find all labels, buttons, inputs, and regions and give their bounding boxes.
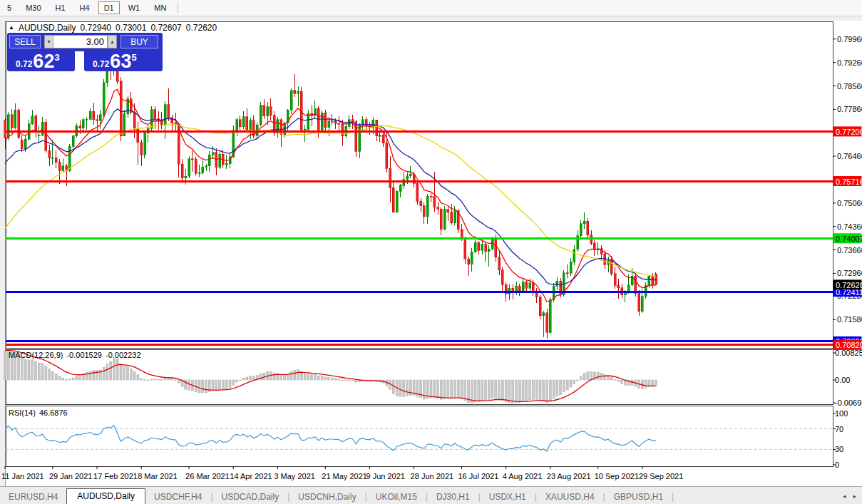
candle-body [549, 299, 551, 332]
macd-histogram-bar [621, 380, 623, 384]
timeframe-toolbar: 5M30H1H4D1W1MN [0, 0, 862, 16]
macd-histogram-bar [222, 380, 224, 389]
candle-body [382, 135, 384, 143]
candle-body [120, 81, 122, 136]
price-tick-label: 0.76460 [837, 152, 862, 160]
candle-body [144, 133, 146, 155]
tab-dj30-h1[interactable]: DJ30,H1 [428, 490, 478, 504]
bid-price-button[interactable]: 0.72 62 3 [7, 51, 75, 71]
tab-xauusd-h4[interactable]: XAUUSD,H4 [537, 490, 603, 504]
macd-tick-label: 0.00 [835, 376, 850, 384]
macd-histogram-bar [147, 380, 149, 381]
candle-body [655, 274, 657, 284]
collapse-quote-panel-icon[interactable]: ▲ [9, 25, 14, 31]
macd-histogram-bar [273, 373, 275, 380]
volume-increase-button[interactable]: ▲ [108, 35, 117, 48]
tab-ukoil-m15[interactable]: UKOil,M15 [367, 490, 426, 504]
macd-histogram-bar [474, 380, 476, 402]
macd-histogram-bar [236, 380, 238, 382]
tab-eurusd-h4[interactable]: EURUSD,H4 [0, 490, 66, 504]
macd-histogram-bar [529, 380, 531, 400]
candle-body [198, 173, 200, 173]
ohlc-open: 0.72940 [81, 23, 111, 33]
macd-histogram-bar [79, 375, 81, 380]
price-tick-label: 0.78560 [837, 82, 862, 91]
candle-body [55, 158, 57, 163]
timeframe-button-mn[interactable]: MN [148, 1, 172, 14]
buy-button[interactable]: BUY [120, 35, 158, 48]
candle-body [300, 91, 302, 130]
candle-body [185, 176, 187, 178]
candle-body [103, 83, 105, 115]
tab-usdcnh-daily[interactable]: USDCNH,Daily [289, 490, 364, 504]
price-tick-label: 0.75060 [837, 199, 862, 207]
timeframe-button-w1[interactable]: W1 [123, 1, 146, 14]
candle-body [31, 116, 34, 124]
candle-body [587, 221, 589, 235]
candle-body [525, 282, 528, 289]
candle-body [376, 120, 378, 136]
candle-body [443, 210, 446, 230]
axis-price-label: 0.77200 [836, 128, 862, 136]
macd-histogram-bar [171, 379, 173, 381]
candle-body [334, 121, 337, 123]
macd-histogram-bar [297, 369, 299, 380]
candle-body [219, 154, 221, 167]
timeframe-button-5[interactable]: 5 [1, 1, 17, 14]
candle-body [93, 111, 95, 119]
rsi-tick-label: 30 [835, 445, 843, 453]
tab-scroll-left-icon[interactable]: ◂ [843, 493, 846, 500]
macd-histogram-bar [342, 380, 344, 381]
macd-tick-label: 0.008253 [835, 349, 862, 357]
tab-scroll-right-icon[interactable]: ▸ [853, 493, 856, 500]
candle-body [338, 123, 340, 124]
macd-histogram-bar [443, 380, 446, 398]
macd-histogram-bar [202, 380, 204, 393]
timeframe-button-d1[interactable]: D1 [98, 1, 120, 14]
macd-histogram-bar [652, 380, 654, 386]
timeframe-button-h1[interactable]: H1 [50, 1, 71, 14]
candle-body [250, 120, 252, 130]
tab-usdcad-daily[interactable]: USDCAD,Daily [213, 490, 288, 504]
tab-usdx-h1[interactable]: USDX,H1 [481, 490, 535, 504]
volume-input[interactable]: 3.00 [53, 35, 108, 48]
candle-body [570, 262, 572, 273]
ask-price-button[interactable]: 0.72 63 5 [84, 51, 163, 71]
candle-body [399, 185, 401, 192]
ohlc-close: 0.72620 [186, 23, 217, 33]
macd-histogram-bar [512, 380, 514, 403]
rsi-name: RSI(14) [9, 408, 36, 417]
macd-histogram-bar [525, 380, 528, 401]
macd-histogram-bar [433, 380, 436, 398]
candle-body [518, 286, 520, 291]
candle-body [593, 243, 595, 250]
rsi-indicator-label: RSI(14) 46.6876 [9, 408, 68, 417]
timeframe-button-h4[interactable]: H4 [74, 1, 96, 14]
candle-body [485, 245, 487, 252]
macd-histogram-bar [553, 380, 555, 398]
candle-body [440, 209, 442, 229]
macd-histogram-bar [314, 374, 317, 380]
macd-histogram-bar [252, 376, 255, 380]
candle-body [79, 126, 81, 128]
macd-histogram-bar [471, 380, 473, 403]
date-tick-label: 3 May 2021 [274, 472, 314, 480]
macd-histogram-bar [488, 380, 490, 400]
tab-audusd-daily[interactable]: AUDUSD,Daily [66, 488, 145, 504]
candle-body [58, 163, 61, 171]
candle-body [491, 240, 493, 249]
bid-pipette: 3 [54, 52, 59, 63]
sell-button[interactable]: SELL [9, 35, 41, 48]
candle-body [583, 221, 585, 223]
candle-body [488, 249, 490, 252]
tab-gbpusd-h1[interactable]: GBPUSD,H1 [605, 490, 672, 504]
candle-body [379, 135, 381, 136]
timeframe-button-m30[interactable]: M30 [20, 1, 46, 14]
macd-histogram-bar [246, 377, 248, 380]
tab-usdchf-h4[interactable]: USDCHF,H4 [145, 490, 210, 504]
candle-body [239, 120, 241, 127]
macd-histogram-bar [505, 380, 507, 402]
macd-histogram-bar [645, 380, 647, 389]
candle-body [342, 124, 344, 136]
macd-histogram-bar [24, 359, 26, 380]
